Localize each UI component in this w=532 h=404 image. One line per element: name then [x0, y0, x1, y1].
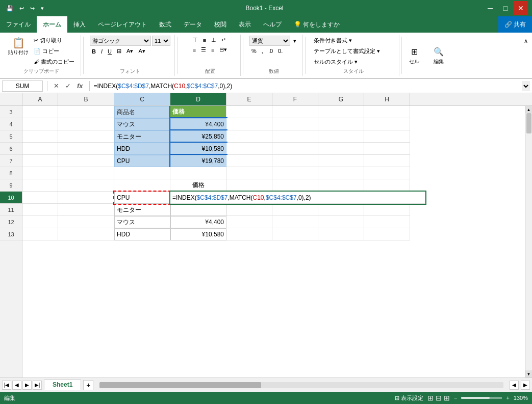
italic-button[interactable]: I — [99, 47, 105, 56]
bottom-align-button[interactable]: ⊥ — [209, 36, 218, 44]
tab-formulas[interactable]: 数式 — [153, 16, 178, 33]
share-button[interactable]: 🔗 共有 — [498, 16, 532, 33]
cell-style-button[interactable]: セルのスタイル ▾ — [312, 57, 360, 67]
right-align-button[interactable]: ≡ — [209, 46, 216, 54]
cut-button[interactable]: ✂ 切り取り — [32, 36, 77, 45]
cell-h5[interactable] — [364, 130, 410, 143]
cell-b11[interactable] — [58, 204, 114, 216]
format-painter-button[interactable]: 🖌 書式のコピー — [32, 57, 77, 67]
undo-button[interactable]: ↩ — [17, 4, 26, 13]
col-header-e[interactable]: E — [226, 93, 272, 105]
cell-h3[interactable] — [364, 106, 410, 118]
tab-insert[interactable]: 挿入 — [67, 16, 92, 33]
cell-f8[interactable] — [272, 167, 318, 179]
tab-review[interactable]: 校閲 — [208, 16, 233, 33]
cell-c5[interactable]: モニター — [114, 130, 170, 143]
cell-g13[interactable] — [318, 228, 364, 240]
save-button[interactable]: 💾 — [4, 4, 15, 13]
tab-page-layout[interactable]: ページレイアウト — [92, 16, 153, 33]
cell-h12[interactable] — [364, 216, 410, 228]
maximize-button[interactable]: □ — [498, 1, 513, 15]
minimize-button[interactable]: ─ — [483, 1, 497, 15]
col-header-g[interactable]: G — [318, 93, 364, 105]
cell-c7[interactable]: CPU — [114, 155, 170, 167]
cell-b8[interactable] — [58, 167, 114, 179]
cell-f7[interactable] — [272, 155, 318, 167]
cell-a8[interactable] — [22, 167, 58, 179]
cell-a7[interactable] — [22, 155, 58, 167]
scroll-left-button[interactable]: ◀ — [510, 381, 519, 390]
cell-c11[interactable]: モニター — [114, 204, 170, 216]
conditional-format-button[interactable]: 条件付き書式 ▾ — [312, 36, 354, 45]
horizontal-scrollbar[interactable] — [99, 382, 503, 388]
cell-e13[interactable] — [226, 228, 272, 240]
cell-b10[interactable] — [58, 192, 114, 204]
cell-a9[interactable] — [22, 179, 58, 192]
redo-button[interactable]: ↪ — [28, 4, 37, 13]
cell-b9[interactable] — [58, 179, 114, 192]
sheet-tab-sheet1[interactable]: Sheet1 — [44, 380, 81, 390]
close-button[interactable]: ✕ — [514, 1, 528, 15]
cell-d5[interactable]: ¥25,850 — [170, 130, 226, 143]
customize-qat-button[interactable]: ▾ — [39, 4, 46, 13]
fill-color-button[interactable]: A▾ — [124, 47, 135, 56]
cell-button[interactable]: ⊞ セル — [404, 45, 424, 66]
bold-button[interactable]: B — [90, 47, 98, 56]
cell-a6[interactable] — [22, 143, 58, 155]
comma-button[interactable]: , — [260, 47, 265, 55]
number-format-expand[interactable]: ▾ — [291, 37, 298, 45]
tab-search[interactable]: 💡 何をしますか — [288, 16, 346, 33]
cell-h7[interactable] — [364, 155, 410, 167]
formula-bar-expand[interactable] — [522, 81, 530, 91]
cell-d13[interactable]: ¥10,580 — [170, 228, 226, 240]
copy-button[interactable]: 📄 コピー — [32, 46, 77, 56]
border-button[interactable]: ⊞ — [115, 47, 123, 56]
scroll-down-button[interactable]: ▼ — [525, 370, 533, 378]
cell-b5[interactable] — [58, 130, 114, 143]
cell-b7[interactable] — [58, 155, 114, 167]
cell-e12[interactable] — [226, 216, 272, 228]
scrollbar-thumb[interactable] — [526, 113, 531, 133]
cell-g8[interactable] — [318, 167, 364, 179]
cell-g7[interactable] — [318, 155, 364, 167]
cell-d8[interactable] — [170, 167, 226, 179]
collapse-ribbon-button[interactable]: ∧ — [522, 37, 530, 45]
cancel-formula-button[interactable]: ✕ — [52, 82, 61, 90]
row-num-10[interactable]: 10 — [0, 192, 22, 204]
row-num-3[interactable]: 3 — [0, 106, 22, 118]
insert-function-button[interactable]: fx — [75, 82, 85, 90]
view-settings-button[interactable]: ⊞ 表示設定 — [395, 394, 423, 402]
tab-data[interactable]: データ — [178, 16, 208, 33]
cell-b12[interactable] — [58, 216, 114, 228]
cell-e9[interactable] — [226, 179, 272, 192]
cell-a12[interactable] — [22, 216, 58, 228]
zoom-slider[interactable] — [461, 397, 502, 399]
cell-e8[interactable] — [226, 167, 272, 179]
cell-a5[interactable] — [22, 130, 58, 143]
col-header-c[interactable]: C — [114, 93, 170, 105]
left-align-button[interactable]: ≡ — [191, 46, 198, 54]
scroll-up-button[interactable]: ▲ — [525, 106, 533, 113]
cell-c10[interactable]: CPU — [114, 192, 170, 204]
center-align-button[interactable]: ☰ — [199, 45, 208, 54]
cell-f9[interactable] — [272, 179, 318, 192]
cell-f11[interactable] — [272, 204, 318, 216]
plus-zoom[interactable]: + — [506, 395, 509, 401]
col-header-h[interactable]: H — [364, 93, 410, 105]
row-num-11[interactable]: 11 — [0, 204, 22, 216]
cell-a11[interactable] — [22, 204, 58, 216]
wrap-text-button[interactable]: ↵ — [219, 36, 228, 44]
row-num-9[interactable]: 9 — [0, 179, 22, 192]
scroll-right-button[interactable]: ▶ — [521, 381, 530, 390]
row-num-6[interactable]: 6 — [0, 143, 22, 155]
table-format-button[interactable]: テーブルとして書式設定 ▾ — [312, 46, 382, 56]
edit-button[interactable]: 🔍 編集 — [428, 45, 449, 66]
cell-g3[interactable] — [318, 106, 364, 118]
col-header-b[interactable]: B — [58, 93, 114, 105]
cell-b4[interactable] — [58, 118, 114, 130]
cell-d7[interactable]: ¥19,780 — [170, 155, 226, 167]
cell-b6[interactable] — [58, 143, 114, 155]
cell-d11[interactable] — [170, 204, 226, 216]
row-num-13[interactable]: 13 — [0, 228, 22, 240]
cell-d6[interactable]: ¥10,580 — [170, 143, 226, 155]
